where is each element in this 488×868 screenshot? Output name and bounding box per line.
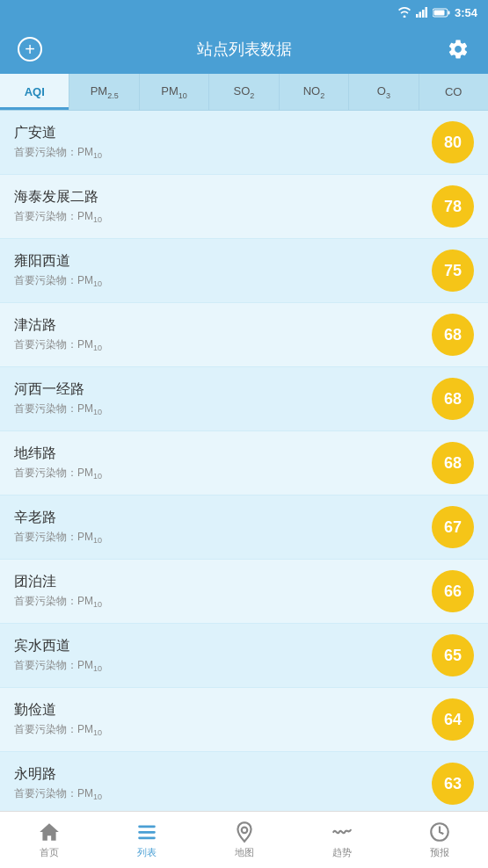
app-header: + 站点列表数据 bbox=[0, 25, 488, 74]
item-info: 雍阳西道 首要污染物：PM10 bbox=[14, 252, 432, 288]
svg-rect-2 bbox=[422, 10, 425, 18]
station-pollutant: 首要污染物：PM10 bbox=[14, 337, 432, 352]
item-info: 辛老路 首要污染物：PM10 bbox=[14, 509, 432, 545]
nav-home[interactable]: 首页 bbox=[0, 812, 98, 868]
list-item[interactable]: 勤俭道 首要污染物：PM10 64 bbox=[0, 688, 488, 752]
bottom-navigation: 首页 列表 地图 趋势 预报 bbox=[0, 811, 488, 868]
tab-no2[interactable]: NO2 bbox=[280, 74, 349, 110]
item-info: 勤俭道 首要污染物：PM10 bbox=[14, 701, 432, 737]
tab-aqi[interactable]: AQI bbox=[0, 74, 69, 110]
gear-icon bbox=[447, 38, 470, 61]
status-bar: 3:54 bbox=[0, 0, 488, 25]
svg-rect-7 bbox=[138, 825, 156, 828]
svg-rect-5 bbox=[448, 11, 449, 14]
forecast-icon bbox=[428, 821, 451, 843]
item-info: 海泰发展二路 首要污染物：PM10 bbox=[14, 188, 432, 224]
station-pollutant: 首要污染物：PM10 bbox=[14, 594, 432, 609]
signal-icon bbox=[416, 7, 428, 18]
station-name: 地纬路 bbox=[14, 445, 432, 463]
nav-map-label: 地图 bbox=[235, 846, 254, 859]
list-item[interactable]: 广安道 首要污染物：PM10 80 bbox=[0, 111, 488, 175]
station-pollutant: 首要污染物：PM10 bbox=[14, 209, 432, 224]
aqi-badge: 75 bbox=[432, 250, 474, 292]
station-name: 宾水西道 bbox=[14, 637, 432, 655]
add-icon: + bbox=[18, 37, 42, 61]
station-name: 辛老路 bbox=[14, 509, 432, 527]
station-pollutant: 首要污染物：PM10 bbox=[14, 722, 432, 737]
item-info: 广安道 首要污染物：PM10 bbox=[14, 124, 432, 160]
svg-rect-0 bbox=[416, 14, 419, 18]
tab-so2[interactable]: SO2 bbox=[209, 74, 279, 110]
page-title: 站点列表数据 bbox=[46, 39, 442, 60]
list-item[interactable]: 地纬路 首要污染物：PM10 68 bbox=[0, 431, 488, 495]
list-item[interactable]: 雍阳西道 首要污染物：PM10 75 bbox=[0, 239, 488, 303]
aqi-badge: 64 bbox=[432, 698, 474, 741]
list-item[interactable]: 海泰发展二路 首要污染物：PM10 78 bbox=[0, 175, 488, 239]
svg-point-10 bbox=[241, 828, 247, 834]
aqi-badge: 80 bbox=[432, 121, 474, 163]
nav-forecast[interactable]: 预报 bbox=[390, 812, 488, 868]
station-pollutant: 首要污染物：PM10 bbox=[14, 145, 432, 160]
aqi-badge: 66 bbox=[432, 570, 474, 612]
tabs-bar: AQI PM2.5 PM10 SO2 NO2 O3 CO bbox=[0, 74, 488, 111]
svg-rect-9 bbox=[138, 836, 156, 839]
wifi-icon bbox=[397, 7, 412, 18]
station-name: 勤俭道 bbox=[14, 701, 432, 720]
battery-icon bbox=[433, 8, 450, 18]
station-pollutant: 首要污染物：PM10 bbox=[14, 466, 432, 481]
aqi-badge: 67 bbox=[432, 506, 474, 548]
add-button[interactable]: + bbox=[14, 33, 46, 65]
item-info: 河西一经路 首要污染物：PM10 bbox=[14, 380, 432, 416]
nav-forecast-label: 预报 bbox=[430, 846, 449, 859]
aqi-badge: 68 bbox=[432, 378, 474, 420]
nav-trend[interactable]: 趋势 bbox=[293, 812, 390, 868]
map-icon bbox=[233, 821, 256, 843]
svg-rect-1 bbox=[419, 12, 421, 18]
item-info: 宾水西道 首要污染物：PM10 bbox=[14, 637, 432, 673]
station-name: 广安道 bbox=[14, 124, 432, 142]
nav-list[interactable]: 列表 bbox=[98, 812, 195, 868]
station-name: 雍阳西道 bbox=[14, 252, 432, 271]
nav-list-label: 列表 bbox=[137, 846, 157, 859]
aqi-badge: 78 bbox=[432, 185, 474, 228]
list-item[interactable]: 团泊洼 首要污染物：PM10 66 bbox=[0, 560, 488, 624]
station-name: 津沽路 bbox=[14, 316, 432, 335]
station-pollutant: 首要污染物：PM10 bbox=[14, 530, 432, 545]
aqi-badge: 63 bbox=[432, 763, 474, 805]
station-name: 河西一经路 bbox=[14, 380, 432, 399]
home-icon bbox=[38, 821, 61, 843]
station-list: 广安道 首要污染物：PM10 80 海泰发展二路 首要污染物：PM10 78 雍… bbox=[0, 111, 488, 811]
tab-co[interactable]: CO bbox=[419, 74, 488, 110]
item-info: 永明路 首要污染物：PM10 bbox=[14, 765, 432, 801]
list-item[interactable]: 津沽路 首要污染物：PM10 68 bbox=[0, 303, 488, 367]
item-info: 津沽路 首要污染物：PM10 bbox=[14, 316, 432, 352]
tab-o3[interactable]: O3 bbox=[349, 74, 419, 110]
aqi-badge: 65 bbox=[432, 634, 474, 676]
list-item[interactable]: 河西一经路 首要污染物：PM10 68 bbox=[0, 367, 488, 431]
list-item[interactable]: 宾水西道 首要污染物：PM10 65 bbox=[0, 624, 488, 688]
nav-map[interactable]: 地图 bbox=[195, 812, 293, 868]
list-item[interactable]: 永明路 首要污染物：PM10 63 bbox=[0, 752, 488, 811]
station-name: 海泰发展二路 bbox=[14, 188, 432, 206]
list-icon bbox=[135, 821, 158, 843]
item-info: 地纬路 首要污染物：PM10 bbox=[14, 445, 432, 481]
settings-button[interactable] bbox=[442, 33, 474, 65]
list-item[interactable]: 辛老路 首要污染物：PM10 67 bbox=[0, 495, 488, 560]
station-name: 团泊洼 bbox=[14, 573, 432, 591]
aqi-badge: 68 bbox=[432, 442, 474, 484]
tab-pm25[interactable]: PM2.5 bbox=[69, 74, 139, 110]
status-icons: 3:54 bbox=[397, 6, 477, 19]
svg-rect-3 bbox=[425, 7, 427, 18]
trend-icon bbox=[331, 821, 353, 843]
station-pollutant: 首要污染物：PM10 bbox=[14, 273, 432, 288]
station-name: 永明路 bbox=[14, 765, 432, 784]
tab-pm10[interactable]: PM10 bbox=[140, 74, 209, 110]
status-time: 3:54 bbox=[455, 6, 477, 19]
station-pollutant: 首要污染物：PM10 bbox=[14, 401, 432, 416]
svg-rect-6 bbox=[433, 10, 444, 15]
station-pollutant: 首要污染物：PM10 bbox=[14, 658, 432, 673]
nav-home-label: 首页 bbox=[40, 846, 59, 859]
aqi-badge: 68 bbox=[432, 314, 474, 356]
item-info: 团泊洼 首要污染物：PM10 bbox=[14, 573, 432, 609]
svg-rect-8 bbox=[138, 831, 156, 834]
